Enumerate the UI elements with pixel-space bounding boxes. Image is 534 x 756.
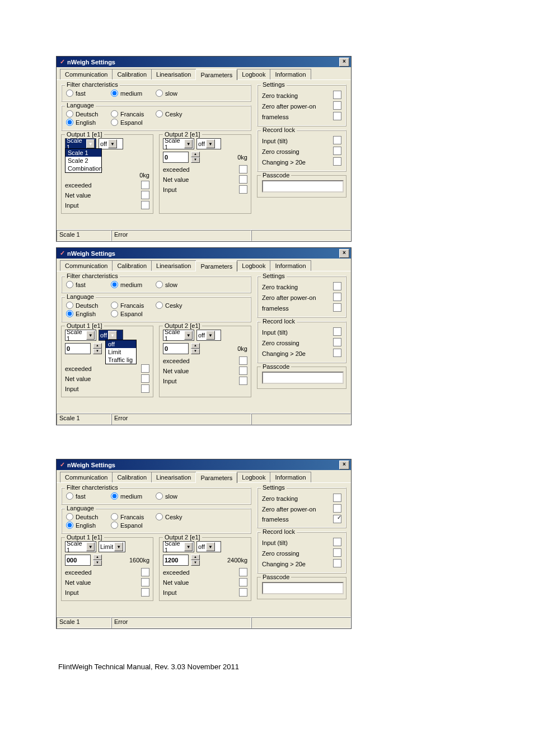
changing-check[interactable]: [333, 157, 341, 166]
output2-input-check[interactable]: [239, 377, 247, 385]
output1-input-check[interactable]: [141, 384, 149, 393]
changing-check[interactable]: [333, 349, 341, 357]
output2-exceeded-check[interactable]: [239, 165, 247, 173]
spin-buttons[interactable]: ▲▼: [93, 343, 102, 354]
radio-deutsch[interactable]: Deutsch: [66, 302, 105, 309]
output2-input-check[interactable]: [239, 588, 247, 597]
radio-english[interactable]: English: [66, 119, 105, 126]
tab-linearisation[interactable]: Linearisation: [151, 69, 196, 79]
tab-information[interactable]: Information: [270, 69, 311, 79]
output2-spin[interactable]: 0: [163, 343, 189, 354]
radio-cesky[interactable]: Cesky: [156, 513, 195, 520]
radio-fast[interactable]: fast: [66, 492, 105, 500]
passcode-input[interactable]: [262, 372, 344, 384]
output1-netvalue-check[interactable]: [141, 578, 149, 586]
radio-cesky[interactable]: Cesky: [156, 110, 195, 118]
changing-check[interactable]: [333, 559, 341, 567]
output1-mode-select[interactable]: off▼: [99, 138, 123, 149]
radio-espanol[interactable]: Espanol: [111, 119, 150, 126]
output1-input-check[interactable]: [141, 201, 149, 209]
radio-francais[interactable]: Francais: [111, 513, 150, 520]
zeroafter-check[interactable]: [333, 293, 341, 301]
tab-parameters[interactable]: Parameters: [195, 472, 237, 483]
output1-netvalue-check[interactable]: [141, 191, 149, 199]
output1-netvalue-check[interactable]: [141, 374, 149, 383]
output2-spin[interactable]: 0: [163, 152, 189, 163]
output1-exceeded-check[interactable]: [141, 568, 149, 576]
output1-mode-select[interactable]: off▼: [99, 330, 123, 341]
dropdown-item-combination[interactable]: Combination: [65, 165, 101, 172]
output1-scale-select[interactable]: Scale 1▼: [65, 541, 96, 552]
zerotracking-check[interactable]: [333, 282, 341, 290]
output1-exceeded-check[interactable]: [141, 364, 149, 373]
inputtilt-check[interactable]: [333, 538, 341, 546]
chevron-down-icon[interactable]: ▼: [86, 331, 95, 340]
zerotracking-check[interactable]: [333, 91, 341, 99]
close-button[interactable]: ×: [339, 249, 349, 258]
output2-scale-select[interactable]: Scale 1▼: [163, 541, 194, 552]
output1-scale-select[interactable]: Scale 1▼: [65, 138, 96, 149]
dropdown-item-scale1[interactable]: Scale 1: [65, 149, 101, 157]
output2-exceeded-check[interactable]: [239, 356, 247, 365]
zeroafter-check[interactable]: [333, 101, 341, 110]
radio-slow[interactable]: slow: [156, 90, 195, 97]
tab-parameters[interactable]: Parameters: [195, 261, 237, 271]
frameless-check[interactable]: [333, 515, 341, 523]
radio-english[interactable]: English: [66, 310, 105, 317]
tab-calibration[interactable]: Calibration: [112, 260, 152, 271]
tab-linearisation[interactable]: Linearisation: [151, 260, 196, 271]
close-button[interactable]: ×: [339, 461, 349, 469]
chevron-down-icon[interactable]: ▼: [184, 139, 193, 148]
tab-information[interactable]: Information: [270, 260, 311, 271]
output1-exceeded-check[interactable]: [141, 181, 149, 189]
zerocrossing-check[interactable]: [333, 338, 341, 346]
output2-exceeded-check[interactable]: [239, 568, 247, 576]
radio-deutsch[interactable]: Deutsch: [66, 110, 105, 118]
radio-espanol[interactable]: Espanol: [111, 310, 150, 317]
passcode-input[interactable]: [262, 582, 344, 594]
output1-spin[interactable]: 0: [65, 343, 91, 354]
output2-netvalue-check[interactable]: [239, 578, 247, 586]
chevron-down-icon[interactable]: ▼: [206, 331, 215, 340]
zerocrossing-check[interactable]: [333, 548, 341, 557]
output1-spin[interactable]: 000: [65, 555, 91, 566]
radio-cesky[interactable]: Cesky: [156, 302, 195, 309]
radio-medium[interactable]: medium: [111, 90, 150, 97]
tab-logbook[interactable]: Logbook: [237, 472, 270, 482]
radio-francais[interactable]: Francais: [111, 110, 150, 118]
dropdown-item-traffic[interactable]: Traffic lig: [106, 356, 136, 364]
radio-slow[interactable]: slow: [156, 492, 195, 500]
output1-scale-select[interactable]: Scale 1▼: [65, 330, 96, 341]
chevron-down-icon[interactable]: ▼: [184, 331, 193, 340]
spin-buttons[interactable]: ▲▼: [191, 555, 200, 566]
tab-logbook[interactable]: Logbook: [237, 260, 270, 271]
dropdown-item-off[interactable]: off: [106, 340, 136, 348]
tab-parameters[interactable]: Parameters: [195, 69, 237, 80]
close-button[interactable]: ×: [339, 58, 349, 67]
output2-netvalue-check[interactable]: [239, 367, 247, 375]
output2-scale-select[interactable]: Scale 1▼: [163, 330, 194, 341]
chevron-down-icon[interactable]: ▼: [206, 542, 215, 551]
radio-english[interactable]: English: [66, 522, 105, 529]
chevron-down-icon[interactable]: ▼: [86, 542, 95, 551]
tab-calibration[interactable]: Calibration: [112, 472, 152, 482]
dropdown-item-limit[interactable]: Limit: [106, 348, 136, 356]
output2-spin[interactable]: 1200: [163, 555, 189, 566]
chevron-down-icon[interactable]: ▼: [108, 139, 117, 148]
spin-buttons[interactable]: ▲▼: [93, 555, 102, 566]
radio-espanol[interactable]: Espanol: [111, 522, 150, 529]
output1-mode-select[interactable]: Limit▼: [99, 541, 125, 552]
zerocrossing-check[interactable]: [333, 147, 341, 155]
frameless-check[interactable]: [333, 112, 341, 120]
chevron-down-icon[interactable]: ▼: [114, 542, 123, 551]
output2-netvalue-check[interactable]: [239, 175, 247, 184]
inputtilt-check[interactable]: [333, 327, 341, 336]
zeroafter-check[interactable]: [333, 504, 341, 513]
tab-logbook[interactable]: Logbook: [237, 69, 270, 79]
chevron-down-icon[interactable]: ▼: [206, 139, 215, 148]
tab-communication[interactable]: Communication: [60, 260, 113, 271]
radio-fast[interactable]: fast: [66, 281, 105, 288]
radio-francais[interactable]: Francais: [111, 302, 150, 309]
radio-slow[interactable]: slow: [156, 281, 195, 288]
tab-communication[interactable]: Communication: [60, 69, 113, 79]
